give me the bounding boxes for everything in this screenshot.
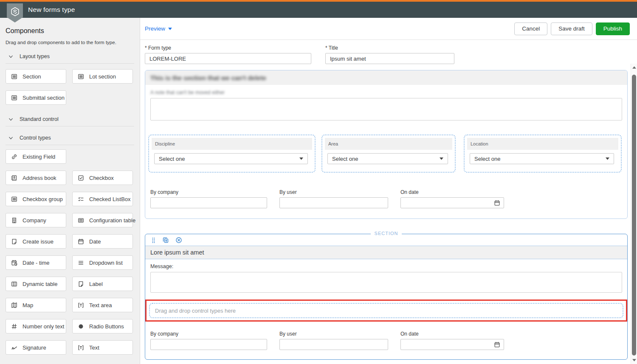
component-label: Address book — [23, 175, 56, 181]
label-note-icon — [78, 281, 84, 287]
message-textarea[interactable] — [150, 272, 622, 293]
component-card-dynamic-table[interactable]: Dynamic table — [6, 277, 66, 291]
dropzone-placeholder: Drag and drop control types here — [155, 308, 236, 314]
select-value: Select one — [159, 156, 185, 162]
components-panel: Components Drag and drop components to a… — [0, 18, 140, 364]
text-brackets-icon — [78, 344, 84, 351]
title-label: * Title — [325, 45, 454, 51]
section-icon — [11, 73, 17, 80]
chevron-down-icon — [8, 117, 14, 122]
radio-icon — [78, 323, 84, 330]
by-company-label: By company — [150, 331, 267, 337]
on-date-label: On date — [400, 331, 504, 337]
link-icon — [11, 154, 17, 160]
hash-icon — [11, 323, 17, 330]
component-card-address-book[interactable]: Address book — [6, 171, 66, 185]
draggable-section: SECTION Lore ipsum sit amet Message: Dra… — [145, 234, 628, 360]
discipline-select[interactable]: Select one — [154, 153, 308, 164]
scroll-up-icon[interactable] — [631, 66, 637, 69]
caret-down-icon — [606, 157, 609, 160]
discipline-label: Discipline — [152, 138, 312, 150]
component-card-label[interactable]: Label — [72, 277, 133, 291]
component-card-checkbox[interactable]: Checkbox — [72, 171, 133, 185]
component-card-radio-buttons[interactable]: Radio Buttons — [72, 319, 133, 333]
component-card-company[interactable]: Company — [6, 213, 66, 227]
form-builder-canvas: Preview Cancel Save draft Publish * Form… — [140, 18, 637, 364]
text-brackets-icon — [78, 302, 84, 308]
publish-button[interactable]: Publish — [596, 22, 630, 35]
delete-icon[interactable] — [175, 237, 182, 244]
component-card-map[interactable]: Map — [6, 298, 66, 312]
component-card-signature[interactable]: Signature — [6, 340, 66, 355]
control-dropzone[interactable]: Drag and drop control types here — [149, 303, 623, 318]
component-card-submittal-section[interactable]: Submittal section — [6, 90, 66, 105]
scroll-down-icon[interactable] — [631, 359, 637, 361]
preview-menu[interactable]: Preview — [145, 25, 172, 32]
configuration-table-icon — [78, 217, 84, 224]
checkbox-group-icon — [11, 196, 17, 202]
caret-down-icon — [440, 157, 443, 160]
component-card-lot-section[interactable]: Lot section — [72, 69, 133, 84]
section-legend: SECTION — [371, 231, 402, 236]
component-card-dropdown-list[interactable]: Dropdown list — [72, 255, 133, 270]
component-label: Dropdown list — [89, 260, 123, 266]
by-company-input[interactable] — [150, 197, 267, 208]
group-header-layout-types[interactable]: Layout types — [6, 51, 134, 64]
component-card-text[interactable]: Text — [72, 340, 133, 355]
canvas-toolbar: Preview Cancel Save draft Publish — [140, 18, 637, 40]
app-header: New forms type — [0, 0, 637, 18]
component-card-date[interactable]: Date — [72, 234, 133, 249]
caret-down-icon — [299, 157, 303, 160]
submittal-section-icon — [11, 95, 17, 101]
form-content: * Form type * Title This is the section … — [140, 40, 631, 360]
group-label: Standard control — [20, 116, 59, 122]
components-panel-description: Drag and drop components to add to the f… — [6, 40, 134, 45]
locked-section: This is the section that we can't delete… — [145, 70, 628, 219]
locked-section-textarea[interactable] — [150, 98, 622, 120]
by-user-input[interactable] — [279, 339, 388, 350]
component-card-create-issue[interactable]: Create issue — [6, 234, 66, 249]
component-label: Date - time — [23, 260, 50, 266]
group-header-standard-control[interactable]: Standard control — [6, 114, 134, 126]
locked-section-header: This is the section that we can't delete — [145, 70, 627, 85]
component-card-section[interactable]: Section — [6, 69, 66, 84]
form-type-input[interactable] — [145, 53, 311, 64]
component-label: Lot section — [89, 73, 116, 80]
component-card-existing-field[interactable]: Existing Field — [6, 149, 66, 164]
group-header-control-types[interactable]: Control types — [6, 132, 134, 145]
by-company-input[interactable] — [150, 339, 267, 350]
component-label: Submittal section — [23, 95, 65, 101]
save-draft-button[interactable]: Save draft — [551, 22, 592, 35]
components-panel-title: Components — [6, 27, 134, 35]
component-label: Map — [23, 302, 33, 308]
caret-down-icon — [168, 28, 172, 30]
location-select[interactable]: Select one — [470, 153, 614, 164]
discipline-dropdown-card: Discipline Select one — [148, 134, 316, 173]
area-select[interactable]: Select one — [327, 153, 448, 164]
area-label: Area — [325, 138, 452, 150]
highlighted-dropzone-wrapper: Drag and drop control types here — [145, 300, 627, 322]
component-label: Checked ListBox — [89, 196, 131, 202]
component-card-date-time[interactable]: Date - time — [6, 255, 66, 270]
component-card-number-only-text[interactable]: Number only text — [6, 319, 66, 333]
component-card-checked-listbox[interactable]: Checked ListBox — [72, 192, 133, 206]
component-label: Checkbox — [89, 175, 114, 181]
calendar-clock-icon — [11, 260, 17, 266]
by-company-label: By company — [150, 189, 267, 195]
cancel-button[interactable]: Cancel — [514, 22, 547, 35]
on-date-input[interactable] — [400, 197, 504, 208]
component-card-text-area[interactable]: Text area — [72, 298, 133, 312]
checked-listbox-icon — [78, 196, 84, 202]
drag-handle-icon[interactable] — [151, 237, 156, 244]
on-date-input[interactable] — [400, 339, 504, 350]
scrollbar-thumb[interactable] — [632, 75, 636, 356]
component-card-configuration-table[interactable]: Configuration table — [72, 213, 133, 227]
preview-label: Preview — [145, 25, 165, 32]
create-issue-icon — [11, 238, 17, 245]
company-icon — [11, 217, 17, 224]
duplicate-icon[interactable] — [162, 237, 169, 244]
title-input[interactable] — [325, 53, 454, 64]
component-card-checkbox-group[interactable]: Checkbox group — [6, 192, 66, 206]
by-user-input[interactable] — [279, 197, 388, 208]
chevron-down-icon — [8, 54, 14, 59]
